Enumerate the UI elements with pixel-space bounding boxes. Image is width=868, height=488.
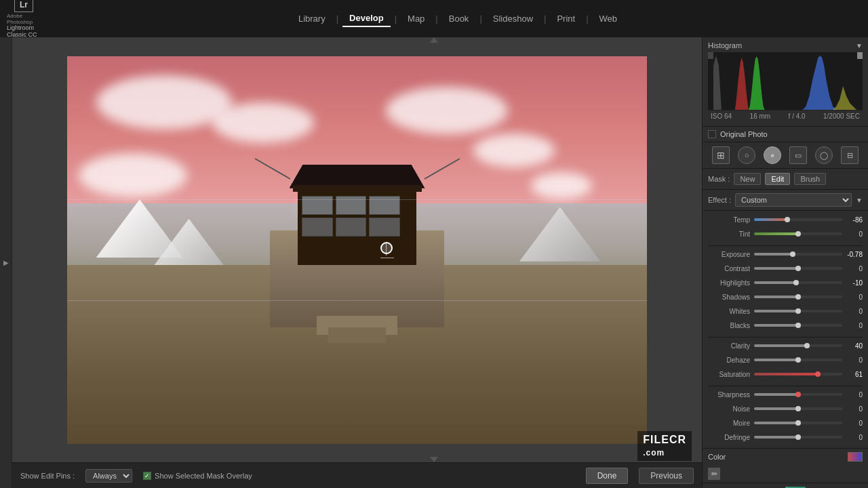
main-area: ▶	[0, 37, 868, 488]
whites-slider-row: Whites 0	[708, 305, 863, 317]
temp-fill	[754, 218, 787, 221]
graduated-filter-icon[interactable]: ▭	[789, 146, 807, 164]
saturation-thumb[interactable]	[815, 371, 821, 377]
hist-blue	[802, 56, 836, 110]
moire-thumb[interactable]	[795, 420, 801, 426]
noise-label: Noise	[708, 405, 754, 413]
shadows-slider-track[interactable]	[754, 296, 842, 298]
highlights-fill	[754, 281, 796, 284]
color-swatch[interactable]	[848, 452, 863, 462]
mask-pin[interactable]	[380, 242, 393, 254]
pencil-icon[interactable]: ✏	[708, 468, 720, 480]
contrast-fill	[754, 267, 798, 270]
clarity-slider-track[interactable]	[754, 344, 842, 347]
hist-focal: 16 mm	[750, 113, 771, 120]
temp-slider-track[interactable]	[754, 218, 842, 221]
sharpness-slider-track[interactable]	[754, 393, 842, 396]
noise-thumb[interactable]	[795, 406, 801, 411]
dehaze-slider-track[interactable]	[754, 359, 842, 361]
cloud-1	[96, 75, 232, 129]
cloud-4	[473, 134, 555, 167]
app-title: Lightroom Classic CC	[7, 25, 41, 39]
building-body	[298, 190, 416, 265]
slider-separator-2	[708, 333, 863, 338]
dehaze-thumb[interactable]	[795, 357, 801, 363]
nav-web[interactable]: Web	[593, 11, 625, 26]
moire-slider-track[interactable]	[754, 422, 842, 424]
blacks-thumb[interactable]	[795, 323, 801, 328]
highlights-slider-track[interactable]	[754, 281, 842, 284]
lr-logo: Lr Adobe Photoshop Lightroom Classic CC	[0, 0, 47, 39]
healing-tool-icon[interactable]: ○	[738, 146, 755, 164]
blacks-value: 0	[842, 322, 863, 329]
crop-tool-icon[interactable]: ⊞	[712, 146, 730, 164]
saturation-slider-track[interactable]	[754, 373, 842, 375]
contrast-thumb[interactable]	[795, 266, 801, 271]
cloud-2	[212, 102, 314, 143]
exposure-thumb[interactable]	[790, 251, 795, 257]
histogram-header: Histogram ▼	[708, 41, 863, 49]
noise-slider-track[interactable]	[754, 407, 842, 410]
range-mask-row: Range Mask : Color	[703, 483, 868, 488]
contrast-slider-track[interactable]	[754, 267, 842, 270]
contrast-value: 0	[842, 265, 863, 272]
cloud-5	[79, 153, 187, 197]
right-panel: Histogram ▼	[702, 37, 868, 488]
effect-select[interactable]: Custom	[735, 193, 852, 207]
adjustment-brush-icon[interactable]: ●	[764, 146, 781, 164]
top-collapse-arrow[interactable]	[430, 37, 438, 43]
radial-filter-icon[interactable]: ◯	[815, 146, 833, 164]
histogram-svg	[708, 52, 863, 110]
moire-slider-row: Moire 0	[708, 417, 863, 429]
whites-slider-track[interactable]	[754, 310, 842, 312]
nav-library[interactable]: Library	[292, 11, 332, 26]
slider-separator-3	[708, 382, 863, 386]
shadows-thumb[interactable]	[795, 294, 801, 300]
mask-edit-button[interactable]: Edit	[765, 173, 790, 185]
blacks-slider-track[interactable]	[754, 324, 842, 327]
defringe-slider-track[interactable]	[754, 436, 842, 439]
mask-pin-cross-h	[380, 258, 394, 258]
show-mask-overlay-checkbox[interactable]: ✓ Show Selected Mask Overlay	[143, 472, 252, 480]
left-panel-toggle[interactable]: ▶	[0, 37, 12, 488]
nav-develop[interactable]: Develop	[342, 10, 391, 27]
histogram-canvas	[708, 52, 863, 110]
clarity-thumb[interactable]	[804, 343, 810, 348]
highlights-thumb[interactable]	[793, 280, 799, 285]
mask-new-button[interactable]: New	[734, 173, 761, 185]
original-photo-checkbox[interactable]	[708, 130, 716, 138]
moire-value: 0	[842, 420, 863, 427]
mask-brush-button[interactable]: Brush	[794, 173, 826, 185]
hist-yellow	[833, 86, 856, 110]
temp-thumb[interactable]	[785, 217, 790, 222]
whites-thumb[interactable]	[795, 308, 801, 314]
sharpness-slider-row: Sharpness 0	[708, 388, 863, 401]
mask-section: Mask : New Edit Brush	[703, 169, 868, 190]
show-edit-pins-select[interactable]: Always	[85, 469, 132, 483]
nav-map[interactable]: Map	[401, 11, 431, 26]
cloud-3	[386, 87, 508, 134]
bottom-collapse-arrow[interactable]	[430, 457, 438, 462]
histogram-dropdown-icon[interactable]: ▼	[856, 42, 863, 49]
defringe-thumb[interactable]	[795, 434, 801, 440]
tint-thumb[interactable]	[795, 231, 801, 237]
nav-slideshow[interactable]: Slideshow	[486, 11, 540, 26]
saturation-label: Saturation	[708, 371, 754, 378]
mask-overlay-check-icon: ✓	[143, 472, 151, 480]
cloud-6	[531, 172, 592, 199]
settings-icon[interactable]: ⊟	[841, 146, 859, 164]
bottom-toolbar: Show Edit Pins : Always ✓ Show Selected …	[12, 462, 702, 488]
nav-book[interactable]: Book	[442, 11, 476, 26]
blacks-fill	[754, 324, 798, 327]
exposure-slider-track[interactable]	[754, 253, 842, 256]
done-button[interactable]: Done	[586, 468, 629, 484]
highlights-label: Highlights	[708, 279, 754, 287]
guide-line-2	[67, 300, 647, 301]
shadows-slider-row: Shadows 0	[708, 291, 863, 303]
window-3	[369, 196, 400, 215]
previous-button[interactable]: Previous	[639, 468, 694, 484]
sharpness-thumb[interactable]	[795, 392, 801, 397]
nav-print[interactable]: Print	[550, 11, 582, 26]
tint-slider-track[interactable]	[754, 232, 842, 235]
exposure-value: -0.78	[842, 251, 863, 258]
